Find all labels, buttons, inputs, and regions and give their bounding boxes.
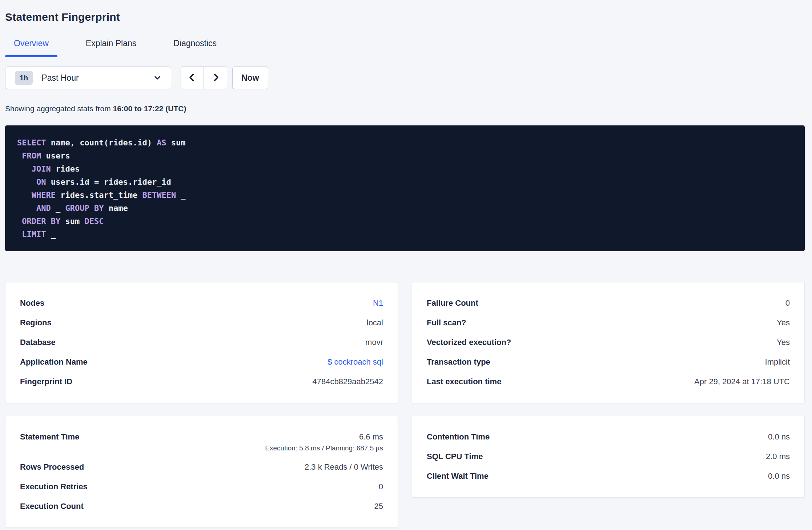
previous-time-button[interactable]: [181, 67, 204, 89]
chevron-down-icon: [153, 73, 162, 83]
stats-line-range: 16:00 to 17:22 (UTC): [113, 104, 186, 113]
next-time-button[interactable]: [204, 67, 227, 89]
sql-cpu-time-value-block: 2.0 ms: [766, 452, 790, 461]
page-title: Statement Fingerprint: [5, 11, 805, 23]
nodes-value-block: N1: [373, 298, 383, 308]
nodes-link[interactable]: N1: [373, 298, 383, 308]
sql-text: rides: [51, 164, 80, 173]
sql-text: [17, 164, 32, 173]
regions-value-block: local: [367, 318, 383, 328]
now-button[interactable]: Now: [232, 67, 268, 89]
last-execution-time-label: Last execution time: [427, 377, 501, 386]
sql-keyword: AS: [157, 138, 166, 147]
sql-keyword: FROM: [22, 151, 41, 160]
nodes-label: Nodes: [20, 298, 44, 308]
statement-time-value: 6.6 ms: [265, 432, 383, 442]
sql-cpu-time-row: SQL CPU Time2.0 ms: [427, 452, 790, 461]
sql-text: [17, 177, 36, 186]
statement-time-row: Statement Time6.6 msExecution: 5.8 ms / …: [20, 432, 383, 452]
tab-bar: OverviewExplain PlansDiagnostics: [5, 39, 805, 56]
full-scan-row: Full scan?Yes: [427, 318, 790, 328]
sql-keyword: ON: [36, 177, 46, 186]
execution-attributes-card: Failure Count0Full scan?YesVectorized ex…: [412, 282, 805, 403]
caret-left-icon: [187, 72, 197, 84]
rows-processed-label: Rows Processed: [20, 462, 84, 472]
execution-count-value-block: 25: [374, 502, 383, 511]
sql-text: users: [41, 151, 70, 160]
database-value-block: movr: [365, 338, 383, 347]
sql-keyword: DESC: [84, 217, 104, 226]
nodes-row: NodesN1: [20, 298, 383, 308]
time-range-dropdown[interactable]: 1h Past Hour: [5, 67, 171, 89]
full-scan-value: Yes: [777, 318, 790, 328]
fingerprint-id-row: Fingerprint ID4784cb829aab2542: [20, 377, 383, 386]
regions-value: local: [367, 318, 383, 328]
statement-time-breakdown: Execution: 5.8 ms / Planning: 687.5 µs: [265, 444, 383, 452]
statement-timing-card: Statement Time6.6 msExecution: 5.8 ms / …: [5, 416, 398, 528]
database-row: Databasemovr: [20, 338, 383, 347]
sql-text: [17, 190, 32, 200]
tab-overview[interactable]: Overview: [5, 39, 57, 56]
vectorized-execution-row: Vectorized execution?Yes: [427, 338, 790, 347]
fingerprint-id-label: Fingerprint ID: [20, 377, 72, 386]
sql-keyword: SELECT: [17, 138, 46, 147]
client-wait-time-label: Client Wait Time: [427, 471, 489, 481]
statement-fingerprint-page: Statement Fingerprint OverviewExplain Pl…: [0, 0, 812, 528]
statement-time-value-block: 6.6 msExecution: 5.8 ms / Planning: 687.…: [265, 432, 383, 452]
application-name-value-block: $ cockroach sql: [327, 357, 383, 367]
sql-keyword: JOIN: [32, 164, 51, 173]
application-name-row: Application Name$ cockroach sql: [20, 357, 383, 367]
failure-count-label: Failure Count: [427, 298, 478, 308]
fingerprint-id-value-block: 4784cb829aab2542: [312, 377, 383, 386]
client-wait-time-row: Client Wait Time0.0 ns: [427, 471, 790, 481]
vectorized-execution-label: Vectorized execution?: [427, 338, 511, 347]
execution-retries-value: 0: [379, 482, 383, 491]
tab-explain-plans[interactable]: Explain Plans: [77, 39, 145, 56]
sql-text: [17, 230, 22, 239]
vectorized-execution-value-block: Yes: [777, 338, 790, 347]
execution-retries-row: Execution Retries0: [20, 482, 383, 491]
last-execution-time-value-block: Apr 29, 2024 at 17:18 UTC: [694, 377, 790, 386]
failure-count-value-block: 0: [785, 298, 790, 308]
contention-time-row: Contention Time0.0 ns: [427, 432, 790, 442]
sql-keyword: LIMIT: [22, 230, 46, 239]
transaction-type-value: Implicit: [765, 357, 790, 367]
time-range-label: Past Hour: [41, 73, 153, 83]
failure-count-value: 0: [785, 298, 790, 308]
sql-text: _: [51, 204, 65, 213]
client-wait-time-value: 0.0 ns: [768, 471, 790, 481]
sql-keyword: AND: [36, 204, 51, 213]
fingerprint-id-value: 4784cb829aab2542: [312, 377, 383, 386]
tab-diagnostics[interactable]: Diagnostics: [165, 39, 225, 56]
full-scan-label: Full scan?: [427, 318, 466, 328]
contention-time-value-block: 0.0 ns: [768, 432, 790, 442]
rows-processed-value-block: 2.3 k Reads / 0 Writes: [305, 462, 383, 472]
sql-keyword: GROUP BY: [65, 204, 104, 213]
overview-details-card: NodesN1RegionslocalDatabasemovrApplicati…: [5, 282, 398, 403]
contention-time-label: Contention Time: [427, 432, 490, 442]
transaction-type-label: Transaction type: [427, 357, 490, 367]
rows-processed-value: 2.3 k Reads / 0 Writes: [305, 462, 383, 472]
caret-right-icon: [210, 72, 221, 84]
execution-count-value: 25: [374, 502, 383, 511]
sql-text: rides.start_time: [56, 190, 142, 200]
sql-text: [17, 151, 22, 160]
execution-count-label: Execution Count: [20, 502, 84, 511]
time-controls: 1h Past Hour Now: [5, 67, 805, 89]
client-wait-time-value-block: 0.0 ns: [768, 471, 790, 481]
last-execution-time-value: Apr 29, 2024 at 17:18 UTC: [694, 377, 790, 386]
sql-text: _: [176, 190, 186, 200]
sql-cpu-time-value: 2.0 ms: [766, 452, 790, 461]
sql-text: [17, 204, 36, 213]
last-execution-time-row: Last execution timeApr 29, 2024 at 17:18…: [427, 377, 790, 386]
application-name-link[interactable]: $ cockroach sql: [327, 357, 383, 367]
execution-retries-label: Execution Retries: [20, 482, 88, 491]
sql-text: users.id = rides.rider_id: [46, 177, 171, 186]
execution-count-row: Execution Count25: [20, 502, 383, 511]
vectorized-execution-value: Yes: [777, 338, 790, 347]
time-interval-badge: 1h: [15, 71, 33, 85]
application-name-label: Application Name: [20, 357, 88, 367]
time-step-buttons: [181, 67, 227, 89]
sql-statement-box: SELECT name, count(rides.id) AS sum FROM…: [5, 125, 805, 251]
sql-keyword: WHERE: [32, 190, 56, 200]
